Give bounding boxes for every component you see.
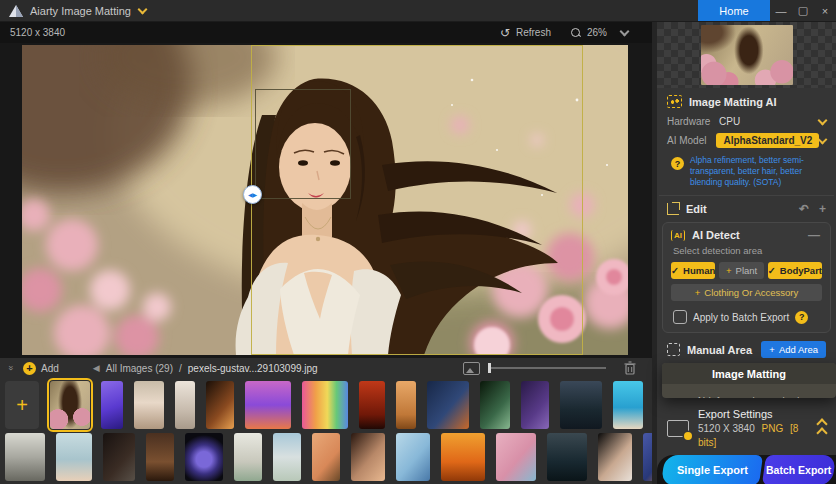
add-area-label: Add Area [779,344,818,355]
filmstrip: » + Add ◀ All Images (29) / pexels-gusta… [0,358,652,484]
thumbnail-dark-mountains[interactable] [560,381,602,429]
thumbnail-orange-sunset[interactable] [441,433,485,481]
hardware-value[interactable]: CPU [719,116,740,127]
expand-export-icon[interactable] [818,420,826,437]
home-button[interactable]: Home [698,0,770,21]
collapse-section-icon[interactable]: — [808,229,820,241]
thumbnail-red-robe-figure[interactable] [359,381,385,429]
batch-help-icon[interactable]: ? [795,311,808,324]
ai-model-dropdown-chevron-icon[interactable] [818,135,828,145]
detect-bodypart-button[interactable]: ✓BodyPart [768,262,822,279]
detect-clothing-button[interactable]: +Clothing Or Accessory [671,284,822,301]
thumbnail-candlelight-portrait[interactable] [206,381,234,429]
canvas-area: 5120 x 3840 ↺ Refresh 26% [0,22,652,358]
export-format: PNG [762,423,784,434]
main-image[interactable]: ◀▶ [22,45,628,355]
thumbnail-white-building[interactable] [234,433,262,481]
thumbnail-lakeside-person[interactable] [5,433,45,481]
add-area-button[interactable]: + Add Area [761,341,826,358]
thumbnail-cyan-hat-woman[interactable] [613,381,643,429]
breadcrumb: ◀ All Images (29) / pexels-gustav...2910… [93,363,318,374]
hardware-dropdown-chevron-icon[interactable] [818,116,828,126]
thumbnail-purple-flower-dark[interactable] [185,433,223,481]
add-label: Add [41,363,59,374]
edit-crop-icon [667,203,679,215]
thumbnail-row-2 [5,433,647,481]
single-export-button[interactable]: Single Export [661,455,763,484]
thumbnail-rainbow-fan-art[interactable] [302,381,348,429]
thumbnail-size-slider[interactable] [488,367,606,369]
select-detection-area-label: Select detection area [669,243,824,262]
edit-title: Edit [686,203,707,215]
manual-area-header: Manual Area + Add Area [657,337,836,363]
thumbnail-row-1: + [5,381,647,429]
thumbnail-pink-flowers[interactable] [496,433,536,481]
model-hint-row: ? Alpha refinement, better semi-transpar… [657,151,836,195]
maximize-button[interactable]: ▢ [792,0,814,21]
thumbnail-bright-street[interactable] [175,381,195,429]
hardware-label: Hardware [667,116,719,127]
thumbnail-closeup-face[interactable] [312,433,340,481]
apply-batch-row: Apply to Batch Export ? [669,301,824,324]
add-area-plus-icon: + [769,344,775,355]
manual-area-title: Manual Area [687,344,752,356]
ai-model-value[interactable]: AlphaStandard_V2 [716,133,819,148]
thumbnail-flower-crown-portrait[interactable] [134,381,164,429]
add-image-tile[interactable]: + [5,381,39,429]
minimize-button[interactable]: — [770,0,792,21]
thumbnail-green-curly-man[interactable] [480,381,510,429]
detect-human-button[interactable]: ✓Human [671,262,715,279]
export-settings-icon [667,420,689,437]
image-preview-thumbnail[interactable] [701,25,793,85]
app-logo-icon [8,4,24,18]
zoom-dropdown-chevron-icon[interactable] [620,27,630,37]
edit-header: Edit ↶ + [657,196,836,220]
thumbnail-woman-flowers[interactable] [50,381,90,429]
model-hint-text: Alpha refinement, better semi-transparen… [690,155,828,188]
back-arrow-icon[interactable]: ◀ [93,363,100,373]
delete-icon[interactable] [624,361,636,375]
close-button[interactable]: × [814,0,836,21]
add-image-button[interactable]: + Add [23,362,59,375]
batch-export-button[interactable]: Batch Export [762,455,836,484]
help-icon[interactable]: ? [671,157,684,170]
ai-model-label: AI Model [667,135,716,146]
canvas-info-bar: 5120 x 3840 ↺ Refresh 26% [0,22,652,43]
add-edit-icon[interactable]: + [819,203,826,215]
thumbnail-purple-dancer[interactable] [521,381,549,429]
window-controls: — ▢ × [770,0,836,21]
dialog-title: Image Matting [662,363,836,384]
refresh-icon[interactable]: ↺ [500,26,510,40]
thumbnail-beach-blue-person[interactable] [396,433,430,481]
thumbnail-warm-skin-portrait[interactable] [351,433,385,481]
thumbnail-night-street[interactable] [427,381,469,429]
thumbnail-sunset-car-art[interactable] [245,381,291,429]
collapse-filmstrip-icon[interactable]: » [6,365,16,370]
thumbnail-golden-portrait[interactable] [396,381,416,429]
slider-knob[interactable] [488,363,491,373]
refresh-button[interactable]: Refresh [516,27,551,38]
app-title: Aiarty Image Matting [30,5,131,17]
right-sidebar: Image Matting AI Hardware CPU AI Model A… [652,22,836,484]
apply-batch-label: Apply to Batch Export [693,312,789,323]
thumbnail-purple-leaf-abstract[interactable] [101,381,123,429]
export-resolution: 5120 X 3840 [698,423,755,434]
zoom-magnifier-icon [571,28,581,38]
ai-detect-icon: AI [671,230,685,241]
undo-icon[interactable]: ↶ [799,203,809,215]
apply-batch-checkbox[interactable] [673,310,687,324]
thumbnail-size-icon [463,362,480,375]
thumbnail-blonde-woman-blue[interactable] [56,433,92,481]
titlebar: Aiarty Image Matting Home — ▢ × [0,0,836,22]
face-detection-box[interactable] [255,89,351,199]
all-images-link[interactable]: All Images (29) [106,363,173,374]
thumbnail-stairs-person[interactable] [146,433,174,481]
thumbnail-bride-veil[interactable] [598,433,632,481]
thumbnail-dark-man-portrait[interactable] [103,433,135,481]
thumbnail-curly-hair-person[interactable] [273,433,301,481]
detect-plant-button[interactable]: +Plant [719,262,763,279]
compare-slider-handle[interactable]: ◀▶ [243,185,262,204]
thumbnail-sea-waterspout[interactable] [547,433,587,481]
app-menu-chevron-icon[interactable] [137,5,147,15]
zoom-level-value[interactable]: 26% [587,27,607,38]
